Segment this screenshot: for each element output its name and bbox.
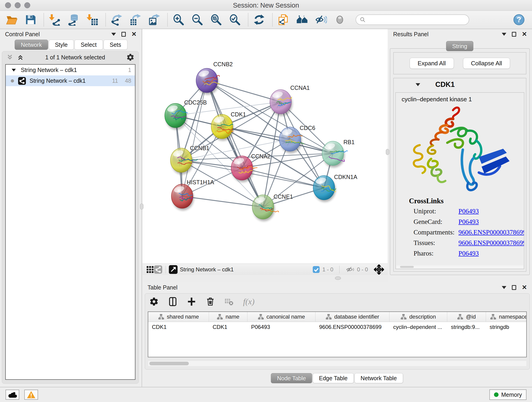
node-label-CCNA2: CCNA2 — [251, 153, 271, 160]
tree-expand-icon[interactable] — [12, 69, 16, 71]
save-session-button[interactable] — [24, 13, 37, 27]
panel-float-icon[interactable] — [121, 32, 126, 37]
zoom-in-button[interactable] — [172, 13, 185, 27]
node-label-CCNE1: CCNE1 — [273, 193, 293, 200]
node-label-CCNB2: CCNB2 — [213, 61, 233, 67]
column-header-at-id[interactable]: @id — [447, 312, 486, 322]
column-header-description[interactable]: description — [389, 312, 447, 322]
zoom-out-button[interactable] — [191, 13, 204, 27]
edge-CCNA2-CDKN1A[interactable] — [242, 168, 324, 188]
table-hscrollbar[interactable] — [148, 361, 527, 366]
column-header-shared-name[interactable]: shared name — [148, 312, 209, 322]
tab-select[interactable]: Select — [75, 40, 103, 50]
column-header-name[interactable]: name — [209, 312, 247, 322]
expand-all-button[interactable]: Expand All — [410, 58, 454, 69]
open-session-button[interactable] — [5, 13, 18, 27]
traffic-light-minimize[interactable] — [15, 2, 21, 8]
node-count: 11 — [112, 77, 118, 84]
tab-string[interactable]: String — [446, 41, 473, 51]
panel-close-icon[interactable]: ✕ — [131, 31, 137, 37]
table-row[interactable]: CDK1CDK1P064939606.ENSP00000378699cyclin… — [148, 322, 526, 332]
tab-network[interactable]: Network — [15, 40, 48, 50]
node-table: shared namenamecanonical namedatabase id… — [148, 312, 527, 357]
collapse-all-button[interactable]: Collapse All — [463, 58, 510, 69]
crosslink-value-link[interactable]: 9606.ENSP00000378699 — [458, 239, 524, 247]
zoom-fit-icon — [210, 14, 222, 26]
horizontal-splitter-handle[interactable] — [335, 276, 341, 280]
collapse-all-icon[interactable] — [6, 54, 13, 61]
warnings-button[interactable] — [24, 390, 38, 400]
node-label-RB1: RB1 — [343, 139, 355, 145]
show-columns-icon[interactable] — [168, 297, 177, 306]
hide-selected-button[interactable] — [314, 13, 328, 27]
crosslinks-heading: CrossLinks — [409, 197, 524, 205]
zoom-selected-button[interactable] — [228, 13, 241, 27]
traffic-light-zoom[interactable] — [24, 2, 30, 8]
column-header-database-identifier[interactable]: database identifier — [316, 312, 389, 322]
panel-menu-icon[interactable] — [502, 33, 506, 36]
grid-view-icon[interactable] — [146, 266, 154, 274]
column-header-canonical-name[interactable]: canonical name — [247, 312, 316, 322]
zoom-fit-button[interactable] — [209, 13, 223, 27]
crosslink-value-link[interactable]: P06493 — [458, 207, 479, 215]
save-icon — [25, 14, 36, 26]
search-input[interactable] — [368, 17, 465, 23]
results-panel-title: Results Panel — [393, 31, 428, 38]
protein-structure-image — [406, 104, 514, 196]
network-canvas[interactable]: CCNB2CCNA1CDC25BCDK1CDC6RB1CCNB1CCNA2CDK… — [143, 29, 388, 264]
import-network-button[interactable] — [48, 13, 61, 27]
panel-float-icon[interactable] — [512, 285, 516, 290]
birds-eye-view-icon[interactable] — [169, 265, 177, 274]
export-image-button[interactable] — [147, 13, 161, 27]
tab-network-table[interactable]: Network Table — [355, 373, 403, 383]
crosslink-value-link[interactable]: P06493 — [458, 249, 479, 257]
gear-icon[interactable] — [126, 53, 134, 61]
delete-table-icon-disabled — [224, 297, 234, 306]
memory-button[interactable]: Memory — [489, 389, 526, 400]
tab-sets[interactable]: Sets — [104, 40, 127, 50]
expand-all-icon[interactable] — [17, 54, 24, 61]
export-network-button[interactable] — [110, 13, 123, 27]
cloud-status-button[interactable] — [6, 390, 19, 400]
add-column-icon[interactable] — [187, 297, 196, 306]
cdk1-section: CDK1 cyclin–dependent kinase 1 — [393, 78, 526, 272]
panel-menu-icon[interactable] — [111, 33, 116, 36]
clone-network-button[interactable] — [277, 13, 290, 27]
panel-close-icon[interactable]: ✕ — [522, 31, 527, 37]
panel-float-icon[interactable] — [512, 32, 516, 37]
edge-CCNB2-CCNE1[interactable] — [207, 80, 263, 207]
tab-style[interactable]: Style — [49, 40, 74, 50]
table-header-row: shared namenamecanonical namedatabase id… — [148, 312, 526, 322]
panel-close-icon[interactable]: ✕ — [522, 284, 527, 291]
zoom-out-icon — [191, 14, 203, 26]
import-table-button[interactable] — [86, 13, 99, 27]
traffic-light-close[interactable] — [5, 2, 11, 8]
crosslink-value-link[interactable]: P06493 — [458, 218, 479, 225]
network-collection-row[interactable]: String Network – cdk1 1 — [6, 65, 135, 75]
refresh-view-button[interactable] — [253, 13, 266, 27]
network-view-icon[interactable] — [154, 265, 162, 274]
panel-menu-icon[interactable] — [502, 286, 506, 289]
help-button[interactable]: ? — [513, 13, 525, 26]
show-all-button[interactable] — [333, 13, 346, 27]
network-row-selected[interactable]: String Network – cdk1 11 48 — [6, 75, 135, 86]
results-hscrollbar[interactable] — [396, 265, 523, 268]
selected-checkbox-icon[interactable] — [313, 266, 320, 273]
column-header-namespace[interactable]: namespace — [486, 312, 527, 322]
delete-column-icon[interactable] — [206, 297, 215, 306]
edge-HIST1H1A-CCNE1[interactable] — [182, 196, 263, 207]
tab-edge-table[interactable]: Edge Table — [313, 373, 354, 383]
export-table-button[interactable] — [129, 13, 142, 27]
table-hscroll-thumb[interactable] — [149, 362, 189, 365]
section-collapse-icon[interactable] — [416, 83, 420, 86]
import-database-button[interactable] — [67, 13, 80, 27]
fit-content-crosshair-icon[interactable] — [374, 264, 384, 274]
results-hscroll-thumb[interactable] — [400, 266, 414, 268]
right-splitter-handle[interactable] — [386, 149, 389, 155]
tab-node-table[interactable]: Node Table — [271, 373, 312, 383]
left-splitter-handle[interactable] — [140, 204, 143, 210]
first-neighbors-button[interactable] — [296, 13, 309, 27]
crosslink-value-link[interactable]: 9606.ENSP00000378699 — [458, 229, 524, 236]
cdk1-section-header[interactable]: CDK1 — [394, 78, 526, 91]
table-gear-icon[interactable] — [149, 297, 159, 306]
